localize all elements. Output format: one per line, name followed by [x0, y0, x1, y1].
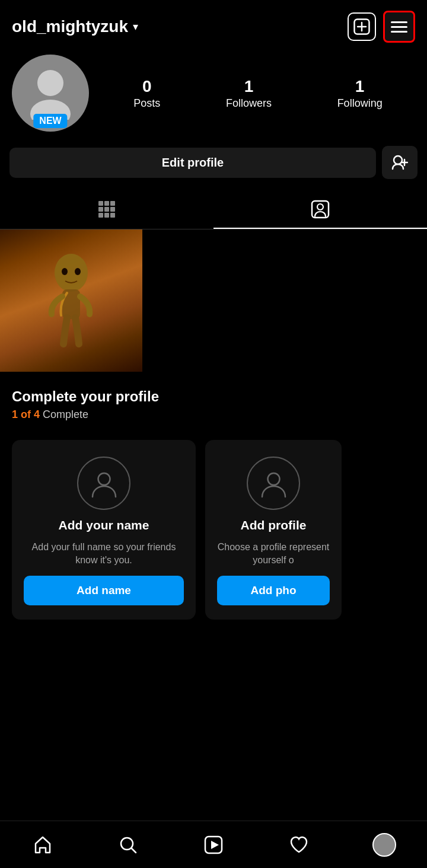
reels-icon [203, 835, 224, 855]
add-friend-button[interactable] [382, 146, 418, 179]
svg-point-11 [62, 268, 68, 275]
person-icon-2 [257, 467, 290, 500]
nav-home[interactable] [25, 827, 60, 863]
person-icon [88, 467, 120, 500]
svg-point-15 [267, 473, 279, 485]
groot-svg [33, 244, 110, 357]
bottom-nav [0, 821, 427, 868]
add-photo-button[interactable]: Add pho [217, 576, 330, 605]
add-person-icon [391, 155, 408, 170]
svg-point-14 [98, 473, 110, 485]
add-name-card-desc: Add your full name so your friends know … [24, 541, 184, 567]
edit-profile-button[interactable]: Edit profile [9, 148, 376, 178]
nav-profile-avatar [372, 833, 396, 857]
buttons-row: Edit profile [0, 138, 427, 187]
svg-point-9 [317, 204, 323, 210]
svg-point-10 [55, 254, 88, 292]
nav-search[interactable] [110, 827, 146, 863]
cards-row: Add your name Add your full name so your… [0, 430, 427, 631]
grid-icon [98, 201, 115, 218]
add-photo-card: Add profile Choose a profile represent y… [205, 440, 342, 620]
posts-stat[interactable]: 0 Posts [133, 77, 160, 110]
nav-profile[interactable] [367, 827, 402, 863]
avatar-silhouette [27, 66, 74, 120]
svg-marker-19 [211, 841, 219, 849]
progress-colored: 1 of 4 [12, 409, 40, 420]
svg-point-3 [37, 70, 63, 96]
followers-stat[interactable]: 1 Followers [226, 77, 272, 110]
heart-icon [289, 835, 309, 855]
posts-label: Posts [133, 97, 160, 110]
add-photo-card-desc: Choose a profile represent yourself o [217, 541, 330, 567]
groot-thumbnail [0, 229, 142, 372]
hamburger-icon [391, 21, 407, 33]
username[interactable]: old_mightyzuk [12, 17, 128, 36]
tab-tagged[interactable] [214, 190, 427, 229]
following-stat[interactable]: 1 Following [337, 77, 383, 110]
search-icon [118, 835, 138, 855]
chevron-down-icon[interactable]: ▾ [133, 20, 138, 33]
add-name-card: Add your name Add your full name so your… [12, 440, 196, 620]
new-badge[interactable]: NEW [33, 114, 67, 128]
svg-line-17 [132, 848, 136, 853]
nav-activity[interactable] [281, 827, 317, 863]
add-name-button[interactable]: Add name [24, 576, 184, 605]
svg-point-5 [394, 156, 402, 164]
add-name-card-title: Add your name [59, 518, 149, 532]
header-left: old_mightyzuk ▾ [12, 17, 138, 36]
followers-label: Followers [226, 97, 272, 110]
svg-rect-13 [62, 289, 80, 319]
complete-profile-section: Complete your profile 1 of 4 Complete [0, 372, 427, 430]
complete-profile-title: Complete your profile [12, 388, 415, 405]
avatar-wrapper[interactable]: NEW [12, 55, 89, 132]
profile-section: NEW 0 Posts 1 Followers 1 Following [0, 49, 427, 138]
plus-square-icon [353, 18, 370, 35]
tagged-photo-thumb[interactable] [0, 229, 142, 372]
add-photo-card-title: Add profile [241, 518, 307, 532]
tagged-icon [310, 199, 330, 219]
new-post-button[interactable] [348, 12, 376, 41]
svg-point-12 [75, 268, 81, 275]
home-icon [33, 835, 53, 855]
tab-grid[interactable] [0, 190, 214, 229]
progress-rest: Complete [40, 409, 88, 420]
add-photo-card-avatar [247, 457, 300, 510]
following-label: Following [337, 97, 383, 110]
nav-reels[interactable] [196, 827, 231, 863]
header: old_mightyzuk ▾ [0, 0, 427, 49]
menu-button[interactable] [383, 11, 415, 43]
posts-count: 0 [142, 77, 152, 96]
following-count: 1 [355, 77, 365, 96]
header-icons [348, 11, 415, 43]
complete-profile-subtitle: 1 of 4 Complete [12, 409, 415, 421]
content-area [0, 229, 427, 372]
tabs-row [0, 190, 427, 229]
stats-row: 0 Posts 1 Followers 1 Following [101, 77, 415, 110]
followers-count: 1 [244, 77, 254, 96]
add-name-card-avatar [77, 457, 130, 510]
